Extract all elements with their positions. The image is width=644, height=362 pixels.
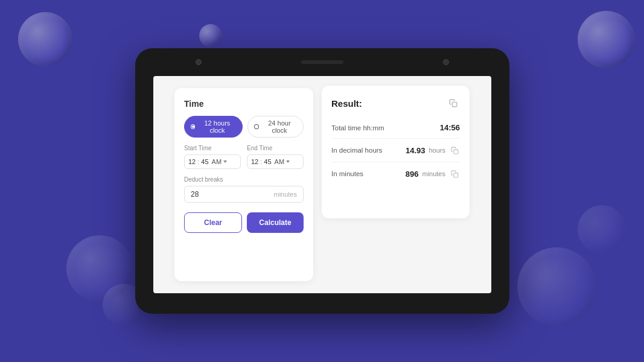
- end-time-section: End Time 12 : 45 AM: [247, 145, 304, 169]
- time-section-title: Time: [184, 99, 304, 109]
- deduct-unit: minutes: [273, 191, 297, 198]
- time-fields-row: Start Time 12 : 45 AM End Time 12: [184, 145, 304, 169]
- result-minutes-right: 896 minutes: [406, 168, 460, 179]
- result-total-label: Total time hh:mm: [331, 124, 384, 132]
- clear-button[interactable]: Clear: [184, 212, 242, 233]
- decorative-sphere-tr: [578, 11, 635, 68]
- end-ampm-select[interactable]: AM: [275, 158, 290, 165]
- start-minutes: 45: [201, 158, 208, 165]
- result-total-value: 14:56: [440, 123, 460, 132]
- deduct-value: 28: [191, 190, 199, 198]
- clock-12hr-button[interactable]: 12 hours clock: [184, 116, 243, 138]
- result-header: Result:: [331, 97, 460, 110]
- result-minutes-unit: minutes: [422, 170, 445, 177]
- tablet-camera-right: [443, 59, 449, 65]
- deduct-breaks-section: Deduct breaks 28 minutes: [184, 176, 304, 203]
- tablet-top-bar: [135, 48, 509, 76]
- start-time-label: Start Time: [184, 145, 241, 151]
- result-decimal-label: In decimal hours: [331, 147, 382, 154]
- end-minutes: 45: [264, 158, 271, 165]
- end-colon: :: [260, 158, 262, 165]
- result-decimal-unit: hours: [429, 147, 445, 154]
- start-ampm-select[interactable]: AM: [212, 158, 228, 165]
- svg-rect-1: [453, 149, 457, 153]
- decorative-sphere-tc: [199, 24, 222, 47]
- radio-24hr-icon: [254, 124, 258, 129]
- start-time-section: Start Time 12 : 45 AM: [184, 145, 241, 169]
- tablet-camera-left: [196, 59, 202, 65]
- start-time-input[interactable]: 12 : 45 AM: [184, 154, 241, 169]
- time-input-card: Time 12 hours clock 24 hour clock Start …: [174, 88, 313, 281]
- result-row-decimal: In decimal hours 14.93 hours: [331, 139, 460, 162]
- result-title: Result:: [331, 98, 362, 109]
- tablet-screen: Time 12 hours clock 24 hour clock Start …: [153, 76, 491, 293]
- copy-decimal-button[interactable]: [449, 145, 460, 156]
- result-card: Result: Total time hh:mm 14:56 In decima…: [322, 86, 470, 218]
- svg-rect-2: [453, 173, 457, 177]
- copy-all-button[interactable]: [447, 97, 460, 110]
- result-decimal-right: 14.93 hours: [406, 145, 460, 156]
- start-colon: :: [197, 158, 199, 165]
- decorative-sphere-mr: [517, 247, 596, 326]
- calculate-button[interactable]: Calculate: [247, 212, 304, 233]
- result-row-total: Total time hh:mm 14:56: [331, 117, 460, 139]
- end-time-input[interactable]: 12 : 45 AM: [247, 154, 304, 169]
- clock-24hr-button[interactable]: 24 hour clock: [247, 116, 304, 138]
- result-minutes-value: 896: [406, 170, 419, 179]
- result-total-right: 14:56: [440, 123, 460, 132]
- tablet-frame: Time 12 hours clock 24 hour clock Start …: [135, 48, 509, 314]
- copy-minutes-button[interactable]: [449, 168, 460, 179]
- radio-12hr-icon: [191, 124, 195, 129]
- end-ampm-chevron-icon: [286, 160, 290, 163]
- tablet-speaker: [301, 60, 343, 64]
- result-row-minutes: In minutes 896 minutes: [331, 162, 460, 185]
- deduct-breaks-label: Deduct breaks: [184, 176, 304, 183]
- decorative-sphere-mr2: [578, 205, 626, 253]
- result-minutes-label: In minutes: [331, 170, 363, 177]
- start-hours: 12: [188, 158, 196, 165]
- deduct-breaks-input[interactable]: 28 minutes: [184, 186, 304, 203]
- result-decimal-value: 14.93: [406, 146, 426, 155]
- start-ampm-chevron-icon: [223, 160, 227, 163]
- end-hours: 12: [251, 158, 258, 165]
- clock-mode-toggle: 12 hours clock 24 hour clock: [184, 116, 304, 138]
- end-time-label: End Time: [247, 145, 304, 151]
- svg-rect-0: [452, 102, 457, 107]
- decorative-sphere-tl: [18, 12, 72, 66]
- action-buttons-row: Clear Calculate: [184, 212, 304, 233]
